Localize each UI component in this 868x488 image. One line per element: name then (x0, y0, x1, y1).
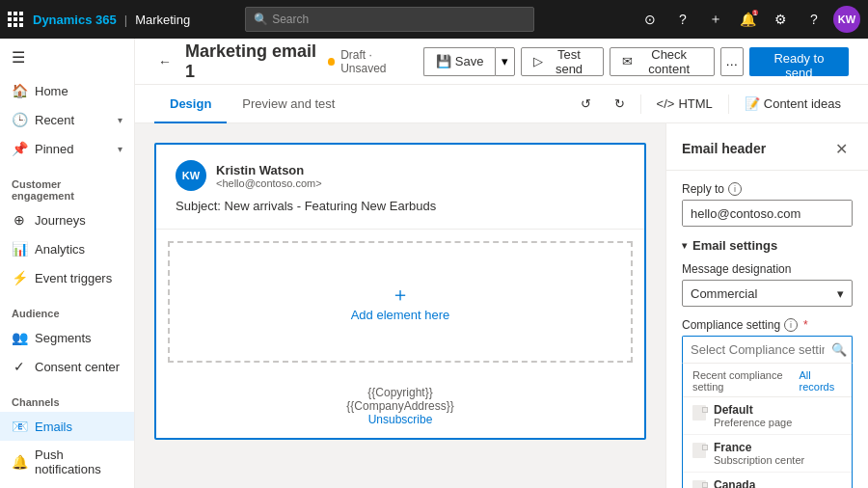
home-icon: 🏠 (12, 83, 27, 98)
all-records-link[interactable]: All records (800, 369, 843, 393)
sidebar-item-consent-center[interactable]: ✓ Consent center (0, 352, 134, 381)
compliance-sub-1: Subscription center (714, 454, 804, 466)
email-frame: KW Kristin Watson <hello@contoso.com> Su… (154, 143, 646, 440)
push-icon: 🔔 (12, 454, 27, 470)
search-input[interactable] (272, 13, 526, 26)
redo-icon: ↻ (614, 96, 625, 111)
copyright-placeholder: {{Copyright}} (168, 386, 633, 399)
ready-to-send-button[interactable]: Ready to send (749, 47, 849, 76)
brand-area: Dynamics 365 | Marketing (8, 12, 190, 27)
segments-icon: 👥 (12, 330, 27, 345)
subject-text: New arrivals - Featuring New Earbuds (225, 199, 437, 213)
compliance-item-1[interactable]: France Subscription center (683, 435, 852, 473)
dropdown-header: Recent compliance setting All records (683, 364, 852, 397)
sidebar-item-text-messages[interactable]: 💬 Text messages (0, 483, 134, 488)
compliance-sub-0: Preference page (714, 417, 792, 428)
sidebar-item-push[interactable]: 🔔 Push notifications (0, 441, 134, 483)
add-element-label[interactable]: Add element here (351, 308, 450, 322)
nav-question-icon[interactable]: ? (669, 6, 696, 33)
check-content-icon: ✉ (622, 54, 633, 68)
dropdown-chevron: ▾ (837, 286, 844, 301)
page-header-actions: 💾 Save ▾ ▷ Test send ✉ Check content … R… (423, 47, 849, 76)
message-designation-select[interactable]: Commercial ▾ (682, 280, 853, 307)
panel-body: Reply to i {} ▾ Email settings Message d… (666, 171, 868, 488)
tab-design[interactable]: Design (154, 85, 227, 123)
compliance-name-0: Default (714, 403, 792, 417)
sidebar-pinned-label: Pinned (35, 142, 73, 156)
recent-label: Recent compliance setting (692, 369, 800, 393)
toolbar-divider (640, 95, 641, 114)
hamburger-menu[interactable]: ☰ (0, 39, 134, 76)
email-canvas-wrapper: KW Kristin Watson <hello@contoso.com> Su… (135, 123, 868, 488)
reply-to-info-icon[interactable]: i (728, 182, 742, 196)
compliance-dropdown: Recent compliance setting All records De… (682, 363, 853, 488)
tabs-toolbar: Design Preview and test ↺ ↻ </> HTML 📝 C… (135, 85, 868, 123)
test-send-button[interactable]: ▷ Test send (521, 47, 603, 76)
page-status: Draft · Unsaved (328, 48, 414, 75)
sidebar-journeys-label: Journeys (35, 213, 86, 228)
save-dropdown-arrow[interactable]: ▾ (495, 47, 515, 76)
compliance-item-icon-2 (692, 480, 706, 488)
toggle-chevron: ▾ (682, 240, 687, 251)
page-title: Marketing email 1 (185, 41, 318, 82)
compliance-item-0[interactable]: Default Preference page (683, 397, 852, 435)
more-button[interactable]: … (720, 47, 744, 76)
sidebar-item-analytics[interactable]: 📊 Analytics (0, 234, 134, 263)
undo-button[interactable]: ↺ (573, 93, 599, 115)
check-content-button[interactable]: ✉ Check content (610, 47, 715, 76)
nav-bell-icon[interactable]: 🔔 1 (735, 6, 762, 33)
main-layout: ☰ 🏠 Home 🕒 Recent ▾ 📌 Pinned ▾ Customer … (0, 39, 868, 488)
redo-button[interactable]: ↻ (607, 93, 633, 115)
content-ideas-button[interactable]: 📝 Content ideas (737, 93, 849, 115)
close-panel-button[interactable]: ✕ (829, 137, 853, 160)
compliance-info-icon[interactable]: i (784, 318, 798, 332)
email-footer-block: {{Copyright}} {{CompanyAddress}} Unsubsc… (156, 374, 644, 438)
add-element-plus-icon[interactable]: ＋ (391, 282, 410, 308)
status-label: Draft · Unsaved (340, 48, 414, 75)
sidebar-item-event-triggers[interactable]: ⚡ Event triggers (0, 263, 134, 292)
brand-name: Dynamics 365 (33, 13, 117, 27)
sidebar-item-journeys[interactable]: ⊕ Journeys (0, 205, 134, 234)
reply-to-input[interactable] (683, 201, 853, 226)
email-body-block[interactable]: ＋ Add element here (168, 241, 633, 363)
nav-help-icon[interactable]: ? (800, 6, 827, 33)
unsubscribe-link[interactable]: Unsubscribe (368, 413, 433, 426)
sidebar-item-recent[interactable]: 🕒 Recent ▾ (0, 105, 134, 134)
message-designation-label: Message designation (682, 262, 853, 276)
apps-icon[interactable] (8, 12, 23, 27)
user-avatar[interactable]: KW (833, 6, 860, 33)
brand-separator: | (124, 13, 127, 27)
compliance-search-icon: 🔍 (831, 342, 847, 357)
sidebar-emails-label: Emails (35, 420, 72, 434)
panel-header: Email header ✕ (666, 123, 868, 171)
sidebar-item-segments[interactable]: 👥 Segments (0, 323, 134, 352)
brand-module: Marketing (135, 13, 190, 27)
sidebar-recent-label: Recent (35, 113, 74, 127)
compliance-item-icon-1 (692, 443, 706, 458)
sidebar-push-label: Push notifications (35, 447, 122, 476)
global-search[interactable]: 🔍 (245, 7, 534, 32)
subject-prefix: Subject: (176, 199, 221, 213)
nav-settings-icon[interactable]: ⚙ (768, 6, 795, 33)
toolbar-divider-2 (728, 95, 729, 114)
sidebar-item-emails[interactable]: 📧 Emails (0, 412, 134, 441)
nav-circle-icon[interactable]: ⊙ (637, 6, 664, 33)
sidebar-analytics-label: Analytics (35, 242, 85, 257)
back-button[interactable]: ← (154, 50, 176, 73)
reply-to-field[interactable]: {} (682, 200, 853, 227)
sidebar-item-home[interactable]: 🏠 Home (0, 76, 134, 105)
compliance-item-2[interactable]: Canada External link (683, 473, 852, 488)
compliance-search-wrapper: 🔍 (682, 336, 853, 363)
sidebar-item-pinned[interactable]: 📌 Pinned ▾ (0, 134, 134, 163)
html-code-icon: </> (657, 96, 675, 111)
tab-preview-test[interactable]: Preview and test (227, 85, 350, 123)
compliance-item-icon-0 (692, 405, 706, 420)
save-button[interactable]: 💾 Save (423, 47, 496, 76)
section-customer-engagement: Customer engagement (0, 171, 134, 205)
html-button[interactable]: </> HTML (649, 93, 720, 115)
recent-icon: 🕒 (12, 112, 27, 127)
compliance-name-2: Canada (714, 478, 772, 488)
nav-plus-icon[interactable]: ＋ (702, 6, 729, 33)
email-settings-toggle[interactable]: ▾ Email settings (682, 238, 853, 253)
compliance-search-input[interactable] (682, 336, 853, 363)
